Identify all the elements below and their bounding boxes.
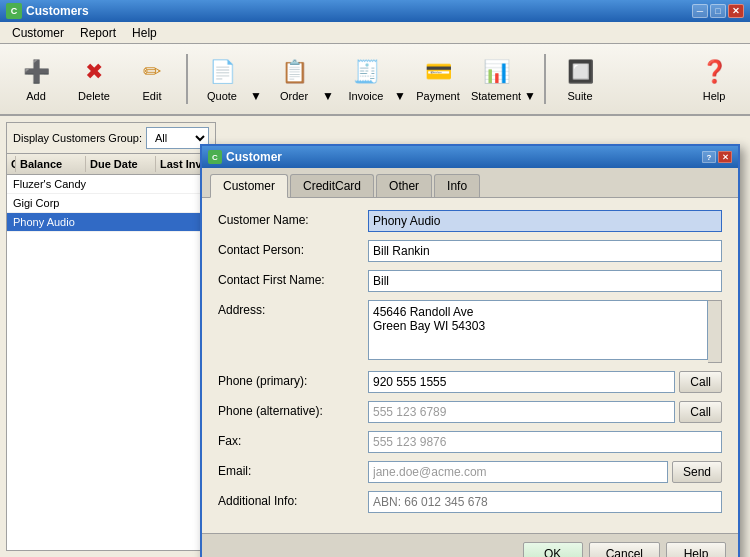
email-row: Email: Send <box>218 461 722 483</box>
call-alt-button[interactable]: Call <box>679 401 722 423</box>
app-title: Customers <box>26 4 89 18</box>
dialog-close-button[interactable]: ✕ <box>718 151 732 163</box>
dialog-help-button[interactable]: ? <box>702 151 716 163</box>
contact-person-input[interactable] <box>368 240 722 262</box>
menu-bar: Customer Report Help <box>0 22 750 44</box>
email-label: Email: <box>218 461 368 478</box>
title-bar-buttons: ─ □ ✕ <box>692 4 744 18</box>
contact-first-name-row: Contact First Name: <box>218 270 722 292</box>
ok-button[interactable]: OK <box>523 542 583 557</box>
toolbar-delete-button[interactable]: ✖ Delete <box>66 47 122 111</box>
menu-help[interactable]: Help <box>124 24 165 42</box>
list-item[interactable]: Phony Audio <box>7 213 215 232</box>
fax-input[interactable] <box>368 431 722 453</box>
separator-2 <box>544 54 546 104</box>
toolbar-suite-button[interactable]: 🔲 Suite <box>552 47 608 111</box>
tab-creditcard[interactable]: CreditCard <box>290 174 374 197</box>
tab-info[interactable]: Info <box>434 174 480 197</box>
address-wrapper: 45646 Randoll Ave Green Bay WI 54303 <box>368 300 722 363</box>
address-row: Address: 45646 Randoll Ave Green Bay WI … <box>218 300 722 363</box>
col-customer: Customer <box>7 156 16 172</box>
order-group: 📋 Order ▼ <box>266 47 336 111</box>
toolbar-statement-button[interactable]: 📊 Statement <box>468 47 524 111</box>
toolbar-invoice-button[interactable]: 🧾 Invoice <box>338 47 394 111</box>
payment-label: Payment <box>416 90 459 102</box>
separator-1 <box>186 54 188 104</box>
customer-name-label: Customer Name: <box>218 210 368 227</box>
additional-info-row: Additional Info: <box>218 491 722 513</box>
phone-alt-input[interactable] <box>368 401 675 423</box>
help-button[interactable]: Help <box>666 542 726 557</box>
tab-bar: Customer CreditCard Other Info <box>202 168 738 198</box>
list-item[interactable]: Gigi Corp <box>7 194 215 213</box>
title-bar: C Customers ─ □ ✕ <box>0 0 750 22</box>
customer-list: Fluzer's Candy Gigi Corp Phony Audio <box>7 175 215 550</box>
edit-label: Edit <box>143 90 162 102</box>
invoice-group: 🧾 Invoice ▼ <box>338 47 408 111</box>
toolbar-quote-button[interactable]: 📄 Quote <box>194 47 250 111</box>
contact-person-row: Contact Person: <box>218 240 722 262</box>
menu-report[interactable]: Report <box>72 24 124 42</box>
quote-icon: 📄 <box>206 56 238 88</box>
toolbar-order-button[interactable]: 📋 Order <box>266 47 322 111</box>
contact-person-label: Contact Person: <box>218 240 368 257</box>
toolbar-payment-button[interactable]: 💳 Payment <box>410 47 466 111</box>
dialog-title-buttons: ? ✕ <box>702 151 732 163</box>
dialog-title-bar: C Customer ? ✕ <box>202 146 738 168</box>
col-balance: Balance <box>16 156 86 172</box>
minimize-button[interactable]: ─ <box>692 4 708 18</box>
additional-info-input[interactable] <box>368 491 722 513</box>
customer-name-row: Customer Name: <box>218 210 722 232</box>
email-input[interactable] <box>368 461 668 483</box>
suite-label: Suite <box>567 90 592 102</box>
customer-name-input[interactable] <box>368 210 722 232</box>
contact-first-name-input[interactable] <box>368 270 722 292</box>
add-icon: ➕ <box>20 56 52 88</box>
col-due-date: Due Date <box>86 156 156 172</box>
invoice-dropdown[interactable]: ▼ <box>394 47 408 111</box>
dialog-icon: C <box>208 150 222 164</box>
toolbar-add-button[interactable]: ➕ Add <box>8 47 64 111</box>
dialog-title-text: Customer <box>226 150 282 164</box>
email-group: Send <box>368 461 722 483</box>
group-label: Display Customers Group: <box>13 132 142 144</box>
tab-other[interactable]: Other <box>376 174 432 197</box>
order-icon: 📋 <box>278 56 310 88</box>
suite-icon: 🔲 <box>564 56 596 88</box>
maximize-button[interactable]: □ <box>710 4 726 18</box>
tab-customer[interactable]: Customer <box>210 174 288 198</box>
invoice-icon: 🧾 <box>350 56 382 88</box>
statement-group: 📊 Statement ▼ <box>468 47 538 111</box>
phone-primary-group: Call <box>368 371 722 393</box>
close-button[interactable]: ✕ <box>728 4 744 18</box>
statement-label: Statement <box>471 90 521 102</box>
delete-label: Delete <box>78 90 110 102</box>
statement-icon: 📊 <box>480 56 512 88</box>
phone-primary-input[interactable] <box>368 371 675 393</box>
quote-group: 📄 Quote ▼ <box>194 47 264 111</box>
list-header: Customer Balance Due Date Last Invoice S… <box>7 154 215 175</box>
order-dropdown[interactable]: ▼ <box>322 47 336 111</box>
menu-customer[interactable]: Customer <box>4 24 72 42</box>
customer-panel: Display Customers Group: All Customer Ba… <box>6 122 216 551</box>
toolbar-edit-button[interactable]: ✏ Edit <box>124 47 180 111</box>
list-item[interactable]: Fluzer's Candy <box>7 175 215 194</box>
dialog-form: Customer Name: Contact Person: Contact F… <box>202 198 738 533</box>
address-scrollbar[interactable] <box>708 300 722 363</box>
send-button[interactable]: Send <box>672 461 722 483</box>
quote-dropdown[interactable]: ▼ <box>250 47 264 111</box>
address-input[interactable]: 45646 Randoll Ave Green Bay WI 54303 <box>368 300 708 360</box>
help-icon: ❓ <box>698 56 730 88</box>
phone-primary-row: Phone (primary): Call <box>218 371 722 393</box>
statement-dropdown[interactable]: ▼ <box>524 47 538 111</box>
toolbar-help-button[interactable]: ❓ Help <box>686 47 742 111</box>
payment-icon: 💳 <box>422 56 454 88</box>
customer-dialog: C Customer ? ✕ Customer CreditCard Other… <box>200 144 740 557</box>
phone-alt-label: Phone (alternative): <box>218 401 368 418</box>
phone-primary-label: Phone (primary): <box>218 371 368 388</box>
invoice-label: Invoice <box>349 90 384 102</box>
phone-alt-group: Call <box>368 401 722 423</box>
call-primary-button[interactable]: Call <box>679 371 722 393</box>
address-label: Address: <box>218 300 368 317</box>
cancel-button[interactable]: Cancel <box>589 542 660 557</box>
